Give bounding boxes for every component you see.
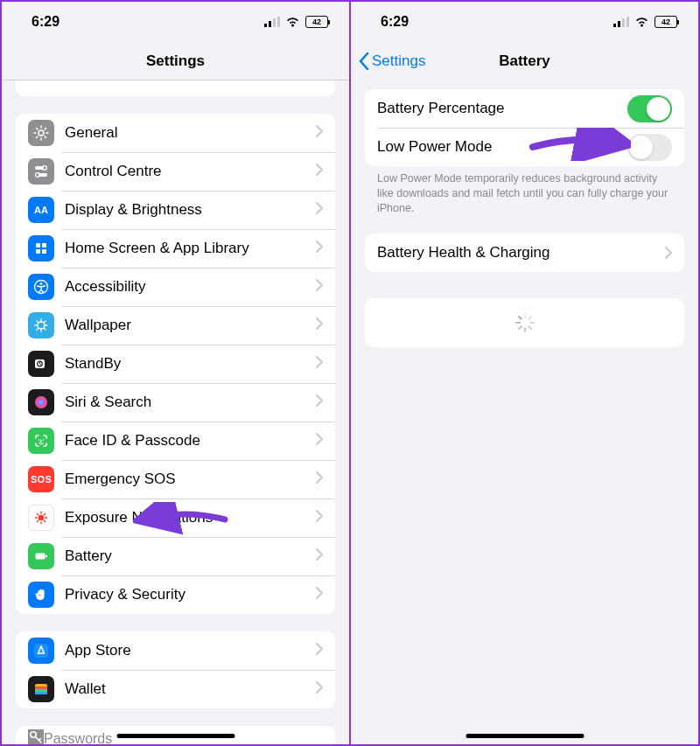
svg-rect-11: [42, 243, 46, 248]
page-title: Settings: [146, 52, 205, 70]
chevron-right-icon: [316, 510, 323, 526]
svg-point-4: [38, 130, 44, 136]
svg-rect-28: [35, 689, 47, 692]
homescreen-icon: [28, 235, 54, 261]
chevron-right-icon: [316, 279, 323, 295]
status-bar: 6:29 42: [351, 2, 698, 42]
row-label: Battery: [65, 547, 316, 565]
settings-group-general: GeneralControl CentreAADisplay & Brightn…: [16, 114, 335, 614]
chevron-right-icon: [316, 164, 323, 179]
low-power-mode-toggle[interactable]: [627, 134, 672, 161]
back-button[interactable]: Settings: [358, 42, 425, 80]
key-icon: [28, 729, 44, 744]
svg-rect-31: [613, 24, 616, 27]
faceid-icon: [28, 428, 54, 454]
battery-percentage-row: Battery Percentage: [365, 89, 684, 128]
svg-rect-34: [626, 17, 629, 27]
chevron-right-icon: [316, 587, 323, 603]
settings-row-emergency-sos[interactable]: SOSEmergency SOS: [16, 460, 335, 498]
svg-rect-2: [273, 18, 276, 27]
settings-group-store: App StoreWallet: [16, 631, 335, 708]
toggles-icon: [28, 158, 54, 185]
appstore-icon: [28, 638, 54, 664]
row-label: Face ID & Passcode: [65, 432, 316, 450]
svg-rect-13: [42, 249, 46, 254]
settings-row-battery[interactable]: Battery: [16, 537, 335, 575]
settings-row-privacy-security[interactable]: Privacy & Security: [16, 575, 335, 614]
siri-icon: [28, 389, 54, 415]
settings-row-standby[interactable]: StandBy: [16, 345, 335, 383]
row-label: App Store: [65, 642, 316, 659]
battery-level-icon: 42: [305, 16, 328, 28]
standby-icon: [28, 351, 54, 377]
settings-row-home-screen-app-library[interactable]: Home Screen & App Library: [16, 229, 335, 268]
battery-icon: [28, 543, 54, 569]
row-label: Wallet: [65, 680, 316, 698]
row-label: Wallpaper: [65, 317, 316, 334]
settings-row-accessibility[interactable]: Accessibility: [16, 268, 335, 306]
svg-rect-33: [622, 18, 625, 27]
nav-bar: Settings: [2, 42, 349, 80]
battery-percentage-label: Battery Percentage: [377, 100, 627, 117]
settings-row-wallpaper[interactable]: Wallpaper: [16, 306, 335, 345]
row-label: Exposure Notifications: [65, 509, 316, 526]
battery-health-row[interactable]: Battery Health & Charging: [365, 234, 684, 272]
row-label: Home Screen & App Library: [65, 240, 316, 257]
svg-point-19: [35, 396, 47, 408]
chevron-right-icon: [316, 548, 323, 564]
battery-level-icon: 42: [654, 16, 677, 28]
status-bar: 6:29 42: [2, 2, 349, 42]
chevron-right-icon: [316, 433, 323, 449]
svg-point-15: [40, 282, 43, 285]
row-label: Emergency SOS: [65, 471, 316, 488]
status-indicators: 42: [613, 16, 677, 28]
sos-icon: SOS: [28, 466, 54, 492]
cellular-icon: [264, 17, 280, 27]
settings-row-face-id-passcode[interactable]: Face ID & Passcode: [16, 422, 335, 460]
row-label: General: [65, 124, 316, 142]
svg-rect-32: [618, 21, 620, 27]
settings-row-siri-search[interactable]: Siri & Search: [16, 383, 335, 422]
cellular-icon: [613, 17, 629, 27]
chevron-right-icon: [316, 356, 323, 372]
settings-row-control-centre[interactable]: Control Centre: [16, 152, 335, 191]
chevron-left-icon: [358, 52, 370, 71]
status-time: 6:29: [32, 14, 60, 30]
svg-rect-23: [36, 554, 46, 560]
page-title: Battery: [499, 52, 550, 70]
wallpaper-icon: [28, 312, 54, 338]
accessibility-icon: [28, 274, 54, 300]
settings-screen: 6:29 42 Settings GeneralControl CentreAA…: [0, 0, 351, 746]
back-label: Settings: [372, 52, 425, 70]
row-label: StandBy: [65, 355, 316, 373]
svg-rect-1: [269, 21, 271, 27]
row-label: Display & Brightness: [65, 201, 316, 219]
home-indicator[interactable]: [466, 734, 584, 738]
exposure-icon: [28, 505, 54, 531]
svg-point-20: [38, 439, 40, 441]
settings-row-app-store[interactable]: App Store: [16, 631, 335, 670]
battery-health-label: Battery Health & Charging: [377, 244, 665, 261]
low-power-mode-caption: Low Power Mode temporarily reduces backg…: [365, 166, 684, 216]
settings-row-display-brightness[interactable]: AADisplay & Brightness: [16, 191, 335, 229]
battery-health-group: Battery Health & Charging: [365, 234, 684, 272]
svg-rect-24: [46, 555, 47, 558]
row-label: Siri & Search: [65, 394, 316, 411]
battery-percentage-toggle[interactable]: [627, 95, 672, 122]
battery-toggles-group: Battery Percentage Low Power Mode: [365, 89, 684, 166]
battery-content[interactable]: Battery Percentage Low Power Mode Low Po…: [351, 80, 698, 744]
chevron-right-icon: [316, 681, 323, 697]
svg-rect-10: [36, 243, 40, 248]
chevron-right-icon: [316, 241, 323, 256]
svg-rect-27: [35, 687, 47, 689]
settings-row-exposure-notifications[interactable]: Exposure Notifications: [16, 498, 335, 537]
settings-row-wallet[interactable]: Wallet: [16, 670, 335, 708]
row-label: Control Centre: [65, 163, 316, 180]
prev-section-peek: [16, 80, 335, 96]
home-indicator[interactable]: [116, 734, 234, 738]
svg-rect-3: [277, 17, 280, 27]
settings-row-general[interactable]: General: [16, 114, 335, 152]
chevron-right-icon: [316, 202, 323, 218]
svg-text:AA: AA: [34, 205, 48, 215]
settings-content[interactable]: GeneralControl CentreAADisplay & Brightn…: [2, 80, 349, 744]
